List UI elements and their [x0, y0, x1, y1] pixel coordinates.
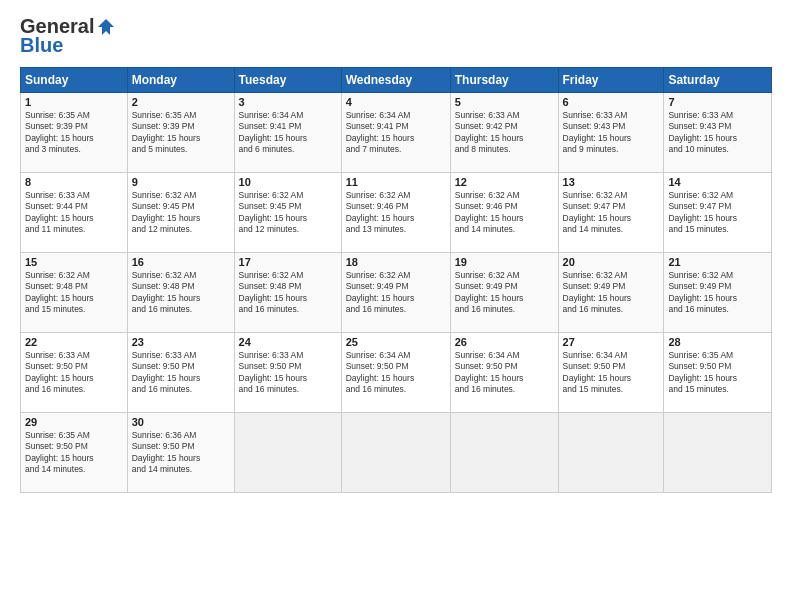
- calendar-body: 1Sunrise: 6:35 AMSunset: 9:39 PMDaylight…: [21, 93, 772, 493]
- calendar-cell: 14Sunrise: 6:32 AMSunset: 9:47 PMDayligh…: [664, 173, 772, 253]
- calendar-cell: [450, 413, 558, 493]
- week-row-1: 1Sunrise: 6:35 AMSunset: 9:39 PMDaylight…: [21, 93, 772, 173]
- day-number: 28: [668, 336, 767, 348]
- day-number: 4: [346, 96, 446, 108]
- week-row-2: 8Sunrise: 6:33 AMSunset: 9:44 PMDaylight…: [21, 173, 772, 253]
- header-cell-monday: Monday: [127, 68, 234, 93]
- calendar-cell: 17Sunrise: 6:32 AMSunset: 9:48 PMDayligh…: [234, 253, 341, 333]
- calendar-cell: [558, 413, 664, 493]
- day-number: 8: [25, 176, 123, 188]
- calendar-cell: 10Sunrise: 6:32 AMSunset: 9:45 PMDayligh…: [234, 173, 341, 253]
- day-info: Sunrise: 6:32 AMSunset: 9:49 PMDaylight:…: [455, 270, 554, 316]
- calendar-cell: 25Sunrise: 6:34 AMSunset: 9:50 PMDayligh…: [341, 333, 450, 413]
- day-number: 17: [239, 256, 337, 268]
- logo: General Blue: [20, 15, 116, 57]
- day-info: Sunrise: 6:32 AMSunset: 9:47 PMDaylight:…: [563, 190, 660, 236]
- calendar-cell: 9Sunrise: 6:32 AMSunset: 9:45 PMDaylight…: [127, 173, 234, 253]
- header-cell-thursday: Thursday: [450, 68, 558, 93]
- logo-blue-text: Blue: [20, 34, 63, 57]
- calendar-cell: 18Sunrise: 6:32 AMSunset: 9:49 PMDayligh…: [341, 253, 450, 333]
- calendar-cell: 12Sunrise: 6:32 AMSunset: 9:46 PMDayligh…: [450, 173, 558, 253]
- day-number: 30: [132, 416, 230, 428]
- day-number: 20: [563, 256, 660, 268]
- day-info: Sunrise: 6:32 AMSunset: 9:48 PMDaylight:…: [239, 270, 337, 316]
- day-info: Sunrise: 6:34 AMSunset: 9:41 PMDaylight:…: [239, 110, 337, 156]
- day-number: 7: [668, 96, 767, 108]
- header-cell-sunday: Sunday: [21, 68, 128, 93]
- week-row-5: 29Sunrise: 6:35 AMSunset: 9:50 PMDayligh…: [21, 413, 772, 493]
- calendar-cell: 6Sunrise: 6:33 AMSunset: 9:43 PMDaylight…: [558, 93, 664, 173]
- day-info: Sunrise: 6:33 AMSunset: 9:42 PMDaylight:…: [455, 110, 554, 156]
- day-number: 16: [132, 256, 230, 268]
- calendar-cell: [341, 413, 450, 493]
- calendar-cell: [664, 413, 772, 493]
- day-info: Sunrise: 6:34 AMSunset: 9:41 PMDaylight:…: [346, 110, 446, 156]
- day-number: 3: [239, 96, 337, 108]
- day-number: 14: [668, 176, 767, 188]
- day-info: Sunrise: 6:32 AMSunset: 9:48 PMDaylight:…: [132, 270, 230, 316]
- calendar-cell: 30Sunrise: 6:36 AMSunset: 9:50 PMDayligh…: [127, 413, 234, 493]
- day-info: Sunrise: 6:35 AMSunset: 9:39 PMDaylight:…: [25, 110, 123, 156]
- day-number: 9: [132, 176, 230, 188]
- calendar-cell: 22Sunrise: 6:33 AMSunset: 9:50 PMDayligh…: [21, 333, 128, 413]
- header-cell-friday: Friday: [558, 68, 664, 93]
- calendar-cell: 29Sunrise: 6:35 AMSunset: 9:50 PMDayligh…: [21, 413, 128, 493]
- day-number: 27: [563, 336, 660, 348]
- day-info: Sunrise: 6:32 AMSunset: 9:49 PMDaylight:…: [668, 270, 767, 316]
- calendar-cell: 21Sunrise: 6:32 AMSunset: 9:49 PMDayligh…: [664, 253, 772, 333]
- page: General Blue SundayMondayTuesdayWednesda…: [0, 0, 792, 612]
- calendar-table: SundayMondayTuesdayWednesdayThursdayFrid…: [20, 67, 772, 493]
- day-number: 13: [563, 176, 660, 188]
- day-info: Sunrise: 6:32 AMSunset: 9:48 PMDaylight:…: [25, 270, 123, 316]
- day-info: Sunrise: 6:33 AMSunset: 9:50 PMDaylight:…: [25, 350, 123, 396]
- day-info: Sunrise: 6:32 AMSunset: 9:45 PMDaylight:…: [132, 190, 230, 236]
- day-number: 24: [239, 336, 337, 348]
- day-info: Sunrise: 6:32 AMSunset: 9:45 PMDaylight:…: [239, 190, 337, 236]
- calendar-cell: 19Sunrise: 6:32 AMSunset: 9:49 PMDayligh…: [450, 253, 558, 333]
- day-info: Sunrise: 6:36 AMSunset: 9:50 PMDaylight:…: [132, 430, 230, 476]
- day-number: 1: [25, 96, 123, 108]
- header-row: SundayMondayTuesdayWednesdayThursdayFrid…: [21, 68, 772, 93]
- day-info: Sunrise: 6:32 AMSunset: 9:49 PMDaylight:…: [563, 270, 660, 316]
- calendar-cell: 1Sunrise: 6:35 AMSunset: 9:39 PMDaylight…: [21, 93, 128, 173]
- calendar-cell: 2Sunrise: 6:35 AMSunset: 9:39 PMDaylight…: [127, 93, 234, 173]
- calendar-cell: 20Sunrise: 6:32 AMSunset: 9:49 PMDayligh…: [558, 253, 664, 333]
- calendar-cell: 26Sunrise: 6:34 AMSunset: 9:50 PMDayligh…: [450, 333, 558, 413]
- calendar-cell: 28Sunrise: 6:35 AMSunset: 9:50 PMDayligh…: [664, 333, 772, 413]
- day-number: 26: [455, 336, 554, 348]
- day-number: 25: [346, 336, 446, 348]
- header-cell-wednesday: Wednesday: [341, 68, 450, 93]
- logo-icon: [96, 17, 116, 37]
- day-info: Sunrise: 6:34 AMSunset: 9:50 PMDaylight:…: [455, 350, 554, 396]
- day-number: 11: [346, 176, 446, 188]
- calendar-cell: 4Sunrise: 6:34 AMSunset: 9:41 PMDaylight…: [341, 93, 450, 173]
- day-number: 5: [455, 96, 554, 108]
- day-number: 29: [25, 416, 123, 428]
- day-number: 22: [25, 336, 123, 348]
- day-info: Sunrise: 6:33 AMSunset: 9:50 PMDaylight:…: [239, 350, 337, 396]
- day-info: Sunrise: 6:33 AMSunset: 9:50 PMDaylight:…: [132, 350, 230, 396]
- week-row-4: 22Sunrise: 6:33 AMSunset: 9:50 PMDayligh…: [21, 333, 772, 413]
- day-info: Sunrise: 6:32 AMSunset: 9:49 PMDaylight:…: [346, 270, 446, 316]
- day-number: 15: [25, 256, 123, 268]
- day-info: Sunrise: 6:32 AMSunset: 9:46 PMDaylight:…: [346, 190, 446, 236]
- day-info: Sunrise: 6:35 AMSunset: 9:50 PMDaylight:…: [668, 350, 767, 396]
- calendar-cell: [234, 413, 341, 493]
- day-info: Sunrise: 6:32 AMSunset: 9:46 PMDaylight:…: [455, 190, 554, 236]
- day-info: Sunrise: 6:34 AMSunset: 9:50 PMDaylight:…: [346, 350, 446, 396]
- calendar-cell: 8Sunrise: 6:33 AMSunset: 9:44 PMDaylight…: [21, 173, 128, 253]
- day-info: Sunrise: 6:34 AMSunset: 9:50 PMDaylight:…: [563, 350, 660, 396]
- day-number: 18: [346, 256, 446, 268]
- day-info: Sunrise: 6:33 AMSunset: 9:43 PMDaylight:…: [668, 110, 767, 156]
- day-number: 2: [132, 96, 230, 108]
- day-info: Sunrise: 6:35 AMSunset: 9:39 PMDaylight:…: [132, 110, 230, 156]
- header-cell-tuesday: Tuesday: [234, 68, 341, 93]
- calendar-cell: 13Sunrise: 6:32 AMSunset: 9:47 PMDayligh…: [558, 173, 664, 253]
- day-info: Sunrise: 6:32 AMSunset: 9:47 PMDaylight:…: [668, 190, 767, 236]
- calendar-cell: 27Sunrise: 6:34 AMSunset: 9:50 PMDayligh…: [558, 333, 664, 413]
- day-info: Sunrise: 6:33 AMSunset: 9:44 PMDaylight:…: [25, 190, 123, 236]
- header-cell-saturday: Saturday: [664, 68, 772, 93]
- day-number: 12: [455, 176, 554, 188]
- calendar-cell: 15Sunrise: 6:32 AMSunset: 9:48 PMDayligh…: [21, 253, 128, 333]
- day-number: 23: [132, 336, 230, 348]
